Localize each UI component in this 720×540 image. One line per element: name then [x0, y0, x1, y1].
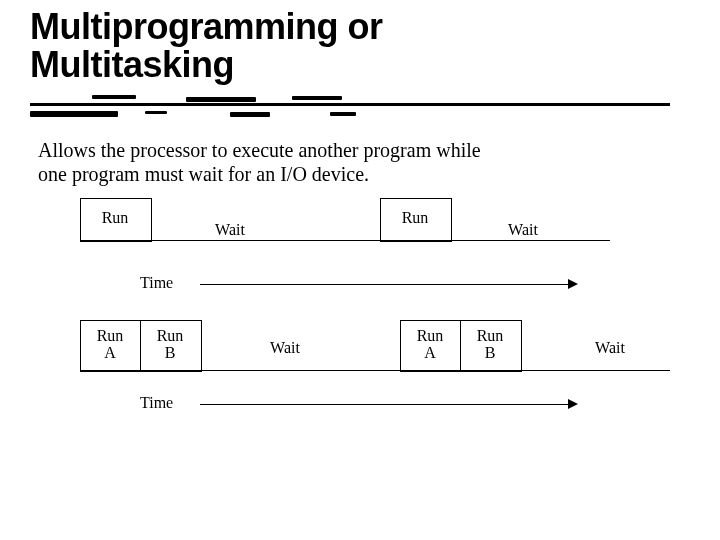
run-a-label-2-l2: A — [424, 344, 436, 361]
time-axis-1-line — [200, 284, 570, 285]
run-b-label-1-l1: Run — [157, 327, 184, 344]
run-a-label-2: Run A — [400, 328, 460, 362]
title-line-2: Multitasking — [30, 44, 234, 85]
run-b-label-2-l2: B — [485, 344, 496, 361]
run-b-label-1: Run B — [140, 328, 200, 362]
run-b-label-2-l1: Run — [477, 327, 504, 344]
run-a-label-1-l1: Run — [97, 327, 124, 344]
slide-title: Multiprogramming or Multitasking — [30, 8, 383, 84]
run-a-label-1-l2: A — [104, 344, 116, 361]
run-a-label-2-l1: Run — [417, 327, 444, 344]
run-label-2: Run — [380, 210, 450, 227]
timeline-multi-baseline — [80, 370, 670, 371]
wait-label-3: Wait — [255, 340, 315, 357]
wait-label-2: Wait — [493, 222, 553, 239]
description-line-1: Allows the processor to execute another … — [38, 139, 481, 161]
arrow-right-icon — [568, 279, 578, 289]
time-label-2: Time — [140, 394, 173, 412]
description-line-2: one program must wait for an I/O device. — [38, 163, 369, 185]
run-label-1: Run — [80, 210, 150, 227]
wait-label-1: Wait — [200, 222, 260, 239]
time-label-1: Time — [140, 274, 173, 292]
title-line-1: Multiprogramming or — [30, 6, 383, 47]
arrow-right-icon — [568, 399, 578, 409]
description: Allows the processor to execute another … — [38, 138, 481, 186]
run-a-label-1: Run A — [80, 328, 140, 362]
title-underline — [30, 95, 670, 117]
timeline-single-baseline — [80, 240, 610, 241]
slide: Multiprogramming or Multitasking Allows … — [0, 0, 720, 540]
run-b-label-1-l2: B — [165, 344, 176, 361]
run-b-label-2: Run B — [460, 328, 520, 362]
time-axis-2-line — [200, 404, 570, 405]
wait-label-4: Wait — [580, 340, 640, 357]
